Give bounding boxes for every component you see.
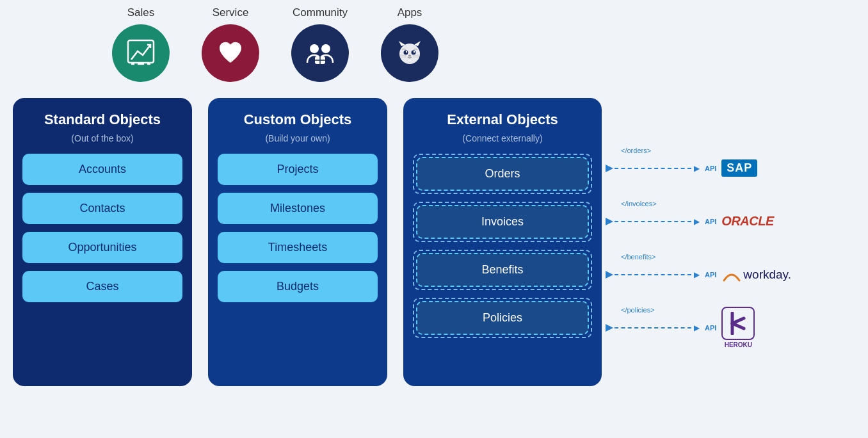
standard-item-accounts: Accounts — [22, 154, 182, 185]
orders-code-label: </orders> — [621, 147, 651, 154]
external-objects-subtitle: (Connect externally) — [413, 133, 592, 143]
custom-objects-title: Custom Objects — [218, 111, 378, 129]
svg-marker-25 — [606, 324, 613, 332]
external-objects-panel: External Objects (Connect externally) Or… — [403, 98, 602, 386]
community-icon-item: Community — [275, 6, 365, 82]
conn-api-oracle: API — [705, 218, 716, 225]
invoices-code-label: </invoices> — [621, 200, 657, 207]
svg-marker-21 — [606, 165, 613, 172]
svg-point-9 — [399, 44, 420, 64]
conn-invoices-oracle: ▶ API ORACLE </invoices> — [602, 195, 791, 248]
standard-objects-subtitle: (Out of the box) — [22, 133, 182, 143]
standard-objects-panel: Standard Objects (Out of the box) Accoun… — [13, 98, 192, 386]
sales-label: Sales — [127, 6, 155, 19]
benefits-dashed-box: Benefits — [413, 250, 592, 290]
conn-api-sap: API — [705, 165, 716, 172]
apps-icon — [394, 37, 426, 69]
invoices-dashed-box: Invoices — [413, 202, 592, 242]
standard-objects-title: Standard Objects — [22, 111, 182, 129]
svg-point-15 — [414, 51, 415, 53]
conn-api-workday: API — [705, 271, 716, 279]
sales-icon — [125, 37, 157, 69]
external-item-orders: Orders — [416, 157, 589, 191]
logo-oracle: ORACLE — [721, 214, 773, 229]
service-icon-circle — [202, 24, 259, 82]
conn-api-heroku: API — [705, 324, 716, 332]
custom-item-milestones: Milestones — [218, 193, 378, 224]
orders-dashed-box: Orders — [413, 154, 592, 194]
svg-line-28 — [732, 323, 744, 328]
top-icons-row: Sales Service Community — [96, 6, 855, 85]
connection-lines: ▶ API SAP </orders> ▶ — [602, 142, 791, 354]
bottom-section: Standard Objects (Out of the box) Accoun… — [13, 98, 855, 386]
main-container: Sales Service Community — [0, 0, 868, 438]
sales-icon-item: Sales — [96, 6, 186, 82]
heroku-text-label: HEROKU — [725, 341, 752, 348]
apps-icon-item: Apps — [365, 6, 454, 82]
policies-dashed-box: Policies — [413, 298, 592, 338]
heroku-h-icon — [728, 312, 748, 335]
svg-point-16 — [408, 55, 411, 57]
community-label: Community — [293, 6, 348, 19]
workday-arc-icon — [721, 268, 742, 282]
community-icon-circle — [291, 24, 349, 82]
apps-label: Apps — [398, 6, 422, 19]
conn-policies-heroku: ▶ API HEROKU — [602, 301, 791, 354]
custom-objects-panel: Custom Objects (Build your own) Projects… — [208, 98, 387, 386]
svg-point-12 — [404, 51, 408, 55]
apps-icon-circle — [381, 24, 438, 82]
custom-item-budgets: Budgets — [218, 271, 378, 302]
policies-code-label: </policies> — [621, 306, 655, 314]
service-icon — [214, 37, 246, 69]
external-item-invoices: Invoices — [416, 205, 589, 239]
custom-item-projects: Projects — [218, 154, 378, 185]
policies-left-arrow — [600, 321, 613, 334]
standard-item-contacts: Contacts — [22, 193, 182, 224]
invoices-left-arrow — [600, 215, 613, 228]
external-section: External Objects (Connect externally) Or… — [403, 98, 791, 386]
svg-point-5 — [321, 44, 330, 53]
svg-marker-23 — [606, 218, 613, 225]
benefits-left-arrow — [600, 268, 613, 281]
community-icon — [304, 37, 336, 69]
sales-icon-circle — [112, 24, 170, 82]
custom-item-timesheets: Timesheets — [218, 232, 378, 263]
external-objects-title: External Objects — [413, 111, 592, 129]
logo-workday: workday. — [721, 268, 791, 282]
standard-item-cases: Cases — [22, 271, 182, 302]
external-item-benefits: Benefits — [416, 253, 589, 287]
benefits-code-label: </benefits> — [621, 253, 655, 261]
svg-point-14 — [406, 51, 407, 53]
svg-point-4 — [310, 44, 319, 53]
standard-item-opportunities: Opportunities — [22, 232, 182, 263]
conn-orders-sap: ▶ API SAP </orders> — [602, 142, 791, 195]
custom-objects-subtitle: (Build your own) — [218, 133, 378, 143]
conn-benefits-workday: ▶ API workday. </benefits> — [602, 248, 791, 301]
svg-marker-24 — [606, 271, 613, 279]
logo-heroku: HEROKU — [721, 307, 755, 348]
svg-point-13 — [412, 51, 416, 55]
logo-sap: SAP — [721, 159, 757, 177]
orders-left-arrow — [600, 162, 613, 175]
external-item-policies: Policies — [416, 301, 589, 335]
service-icon-item: Service — [186, 6, 275, 82]
service-label: Service — [213, 6, 249, 19]
